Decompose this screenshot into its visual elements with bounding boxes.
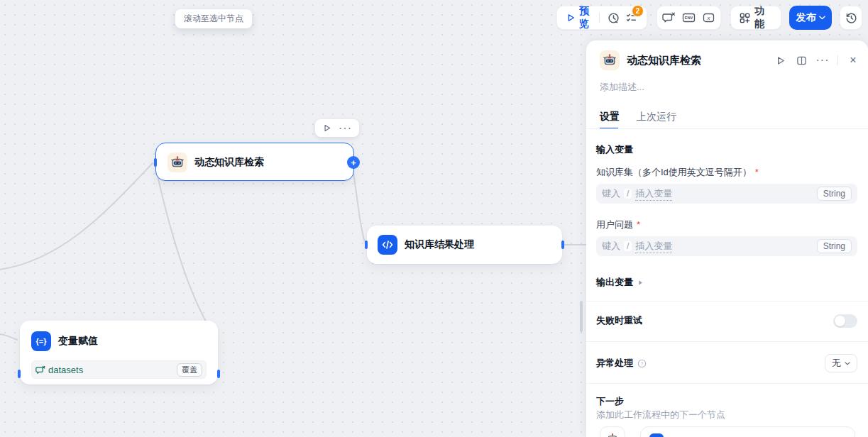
kb-ids-input[interactable]: 键入 / 插入变量 String (596, 184, 857, 204)
panel-title: 动态知识库检索 (627, 54, 767, 67)
svg-text:?: ? (641, 361, 644, 366)
robot-icon (167, 153, 187, 172)
caret-right-icon (638, 280, 643, 286)
edge-incoming-assigner (0, 334, 17, 340)
edge-assigner-retrieval (155, 166, 216, 338)
tab-settings[interactable]: 设置 (600, 111, 620, 123)
chevron-down-icon (845, 362, 850, 365)
blocks-icon (740, 13, 750, 23)
type-badge: String (817, 239, 852, 253)
add-next-node-button[interactable]: + (347, 156, 360, 169)
features-button[interactable]: 功能 (731, 5, 781, 31)
overwrite-badge: 覆盖 (177, 363, 202, 377)
node-title: 变量赋值 (58, 335, 98, 348)
user-question-input[interactable]: 键入 / 插入变量 String (596, 236, 857, 256)
divider (599, 13, 600, 23)
next-node-card[interactable] (640, 426, 855, 437)
source-handle[interactable] (561, 240, 564, 249)
toolbar-group-features: 功能 (730, 6, 781, 30)
toolbar-group-variables: ENV x (657, 6, 721, 30)
code-icon (378, 235, 397, 255)
environment-variables-icon[interactable]: ENV (681, 9, 698, 26)
divider (837, 55, 838, 65)
tooltip-scroll-to-node: 滚动至选中节点 (175, 9, 252, 28)
description-placeholder[interactable]: 添加描述... (600, 81, 644, 94)
node-kb-result-processor[interactable]: 知识库结果处理 (367, 226, 562, 264)
section-divider (586, 341, 868, 342)
conversation-variables-icon[interactable] (660, 9, 677, 26)
node-config-panel: 动态知识库检索 ··· × 添加描述... 设置 上次运行 输入变量 知识库集（… (586, 40, 868, 437)
node-dynamic-kb-retrieval[interactable]: 动态知识库检索 + (155, 143, 354, 181)
target-handle[interactable] (18, 370, 21, 378)
error-strategy-select[interactable]: 无 (825, 354, 857, 372)
retry-toggle[interactable] (833, 314, 857, 328)
node-title: 知识库结果处理 (405, 238, 474, 251)
run-history-icon[interactable] (607, 9, 620, 26)
error-handling-row: 异常处理 ? 无 (596, 353, 857, 374)
tab-last-run[interactable]: 上次运行 (637, 111, 676, 123)
play-icon (566, 13, 576, 23)
target-handle[interactable] (154, 158, 157, 167)
preview-button[interactable]: 预览 (566, 5, 592, 31)
node-hover-toolbar: ··· (315, 119, 359, 137)
publish-button[interactable]: 发布 (789, 6, 832, 30)
svg-text:x: x (707, 15, 711, 21)
section-divider (586, 383, 868, 384)
next-step-desc: 添加此工作流程中的下一个节点 (596, 409, 725, 421)
node-variable-assigner[interactable]: {=} 变量赋值 datasets 覆盖 (20, 321, 218, 385)
node-title: 动态知识库检索 (194, 156, 264, 169)
conversation-variable-icon (35, 365, 45, 375)
panel-scrollbar[interactable] (580, 301, 583, 332)
source-handle[interactable] (217, 370, 220, 378)
close-icon[interactable]: × (845, 52, 861, 68)
current-node-chip[interactable] (600, 426, 625, 437)
notification-badge: 2 (632, 5, 644, 17)
input-vars-title: 输入变量 (596, 143, 633, 156)
assigned-variable-row[interactable]: datasets 覆盖 (31, 360, 207, 379)
toolbar-group-run: 预览 2 (556, 6, 647, 30)
field-label-user-question: 用户问题* (596, 218, 640, 231)
split-view-icon[interactable] (793, 52, 809, 68)
svg-text:ENV: ENV (685, 16, 693, 20)
variable-inspector-icon[interactable]: x (701, 9, 718, 26)
retry-row: 失败时重试 (596, 310, 857, 331)
next-step-title: 下一步 (596, 394, 624, 408)
field-label-kb-ids: 知识库集（多个Id使用英文逗号隔开）* (596, 165, 759, 179)
help-icon: ? (637, 359, 825, 368)
restore-clock-icon (845, 12, 857, 24)
section-divider (586, 301, 868, 302)
run-node-icon[interactable] (322, 123, 331, 133)
edge-incoming-retrieval (0, 163, 153, 270)
target-handle[interactable] (365, 240, 368, 249)
run-node-icon[interactable] (772, 52, 788, 68)
more-icon[interactable]: ··· (815, 52, 830, 68)
next-node-icon (649, 433, 664, 437)
version-history-button[interactable] (840, 6, 862, 30)
edge-retrieval-processor (353, 170, 365, 242)
checklist-icon[interactable]: 2 (625, 9, 638, 26)
output-vars-toggle[interactable]: 输出变量 (596, 276, 643, 289)
variable-name: datasets (48, 365, 174, 375)
tabs-divider (586, 128, 868, 129)
more-icon[interactable]: ··· (339, 125, 352, 132)
robot-icon (600, 50, 620, 70)
variable-assigner-icon: {=} (31, 331, 51, 351)
type-badge: String (817, 187, 852, 201)
chevron-down-icon (819, 16, 825, 20)
